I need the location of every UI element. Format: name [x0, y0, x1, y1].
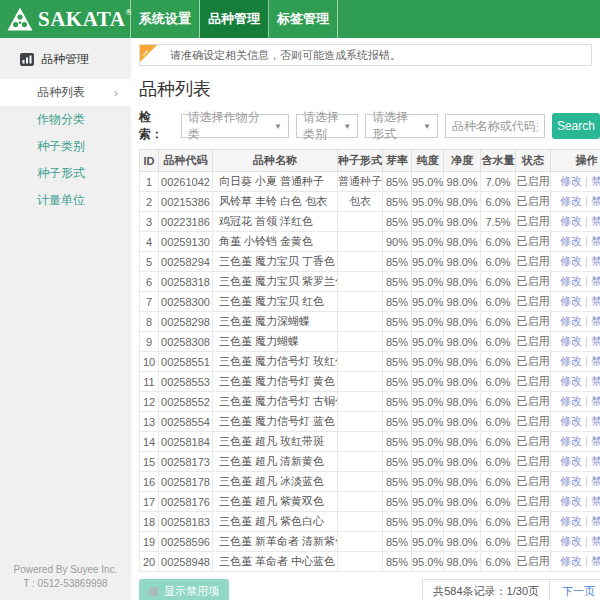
row-actions: 修改|禁用 [551, 172, 600, 192]
disable-link[interactable]: 禁用 [591, 475, 600, 487]
disable-link[interactable]: 禁用 [591, 215, 600, 227]
purity-value: 95.0% [412, 432, 444, 452]
status-badge: 已启用 [516, 372, 551, 392]
edit-link[interactable]: 修改 [560, 335, 582, 347]
action-separator: | [585, 355, 588, 367]
disable-link[interactable]: 禁用 [591, 375, 600, 387]
status-badge: 已启用 [516, 412, 551, 432]
disable-link[interactable]: 禁用 [591, 515, 600, 527]
disable-link[interactable]: 禁用 [591, 395, 600, 407]
disable-link[interactable]: 禁用 [591, 275, 600, 287]
table-footer: 显示禁用项 共584条记录：1/30页 下一页 [139, 579, 600, 600]
variety-name: 三色堇 新革命者 清新紫色 [213, 532, 338, 552]
row-id: 8 [140, 312, 159, 332]
brand-logo[interactable]: SAKATA® [0, 0, 131, 38]
variety-name: 三色堇 超凡 紫黄双色 [213, 492, 338, 512]
next-page-button[interactable]: 下一页 [550, 579, 600, 600]
seed-form-select[interactable]: 请选择形式▼ [365, 114, 438, 138]
seed-form [338, 292, 383, 312]
nav-tab-label-management[interactable]: 标签管理 [269, 0, 338, 38]
edit-link[interactable]: 修改 [560, 395, 582, 407]
crop-category-select[interactable]: 请选择作物分类▼ [181, 114, 289, 138]
table-row: 1700258176三色堇 超凡 紫黄双色85%95.0%98.0%6.0%已启… [140, 492, 600, 512]
sidebar-item-seed-type[interactable]: 种子类别 [0, 133, 131, 160]
edit-link[interactable]: 修改 [560, 275, 582, 287]
seed-form: 普通种子 [338, 172, 383, 192]
seed-type-select[interactable]: 请选择类别▼ [296, 114, 358, 138]
edit-link[interactable]: 修改 [560, 255, 582, 267]
edit-link[interactable]: 修改 [560, 195, 582, 207]
search-button[interactable]: Search [552, 113, 600, 139]
row-id: 1 [140, 172, 159, 192]
germination-rate: 85% [383, 552, 412, 572]
disable-link[interactable]: 禁用 [591, 235, 600, 247]
disable-link[interactable]: 禁用 [591, 495, 600, 507]
variety-table-wrap: ID品种代码品种名称种子形式芽率纯度净度含水量状态操作 100261042向日葵… [139, 149, 600, 572]
edit-link[interactable]: 修改 [560, 435, 582, 447]
sidebar-item-variety-list[interactable]: 品种列表› [0, 79, 131, 106]
keyword-input[interactable] [445, 114, 545, 138]
edit-link[interactable]: 修改 [560, 415, 582, 427]
column-header: 纯度 [412, 150, 444, 172]
disable-link[interactable]: 禁用 [591, 335, 600, 347]
pagination: 共584条记录：1/30页 下一页 [422, 579, 600, 600]
cleanliness-value: 98.0% [444, 352, 481, 372]
disable-link[interactable]: 禁用 [591, 555, 600, 567]
status-badge: 已启用 [516, 552, 551, 572]
edit-link[interactable]: 修改 [560, 295, 582, 307]
status-badge: 已启用 [516, 512, 551, 532]
disable-link[interactable]: 禁用 [591, 355, 600, 367]
sidebar-item-seed-form[interactable]: 种子形式 [0, 160, 131, 187]
row-actions: 修改|禁用 [551, 272, 600, 292]
germination-rate: 85% [383, 272, 412, 292]
edit-link[interactable]: 修改 [560, 375, 582, 387]
row-actions: 修改|禁用 [551, 412, 600, 432]
cleanliness-value: 98.0% [444, 472, 481, 492]
sidebar-item-crop-category[interactable]: 作物分类 [0, 106, 131, 133]
show-disabled-button[interactable]: 显示禁用项 [139, 579, 229, 600]
purity-value: 95.0% [412, 472, 444, 492]
column-header: 净度 [444, 150, 481, 172]
table-row: 1600258178三色堇 超凡 冰淡蓝色85%95.0%98.0%6.0%已启… [140, 472, 600, 492]
disable-link[interactable]: 禁用 [591, 415, 600, 427]
table-row: 1900258596三色堇 新革命者 清新紫色85%95.0%98.0%6.0%… [140, 532, 600, 552]
germination-rate: 85% [383, 212, 412, 232]
warning-banner: ! 请准确设定相关信息，否则可能造成系统报错。 [139, 44, 592, 66]
germination-rate: 85% [383, 372, 412, 392]
moisture-value: 6.0% [481, 532, 516, 552]
edit-link[interactable]: 修改 [560, 515, 582, 527]
action-separator: | [585, 515, 588, 527]
sidebar-item-measure-unit[interactable]: 计量单位 [0, 187, 131, 214]
purity-value: 95.0% [412, 552, 444, 572]
disable-link[interactable]: 禁用 [591, 175, 600, 187]
edit-link[interactable]: 修改 [560, 235, 582, 247]
edit-link[interactable]: 修改 [560, 495, 582, 507]
disable-link[interactable]: 禁用 [591, 315, 600, 327]
variety-code: 00258178 [159, 472, 213, 492]
disable-link[interactable]: 禁用 [591, 435, 600, 447]
edit-link[interactable]: 修改 [560, 555, 582, 567]
select-value: 请选择作物分类 [188, 109, 270, 143]
edit-link[interactable]: 修改 [560, 475, 582, 487]
purity-value: 95.0% [412, 352, 444, 372]
nav-tab-variety-management[interactable]: 品种管理 [200, 0, 269, 38]
action-separator: | [585, 475, 588, 487]
status-badge: 已启用 [516, 292, 551, 312]
disable-link[interactable]: 禁用 [591, 195, 600, 207]
edit-link[interactable]: 修改 [560, 315, 582, 327]
edit-link[interactable]: 修改 [560, 175, 582, 187]
disable-link[interactable]: 禁用 [591, 255, 600, 267]
disable-link[interactable]: 禁用 [591, 455, 600, 467]
seed-form [338, 312, 383, 332]
edit-link[interactable]: 修改 [560, 215, 582, 227]
variety-code: 00223186 [159, 212, 213, 232]
disable-link[interactable]: 禁用 [591, 535, 600, 547]
edit-link[interactable]: 修改 [560, 455, 582, 467]
row-actions: 修改|禁用 [551, 512, 600, 532]
disable-link[interactable]: 禁用 [591, 295, 600, 307]
edit-link[interactable]: 修改 [560, 355, 582, 367]
top-bar: SAKATA® 系统设置品种管理标签管理 [0, 0, 600, 38]
edit-link[interactable]: 修改 [560, 535, 582, 547]
nav-tab-system-settings[interactable]: 系统设置 [131, 0, 200, 38]
cleanliness-value: 98.0% [444, 212, 481, 232]
